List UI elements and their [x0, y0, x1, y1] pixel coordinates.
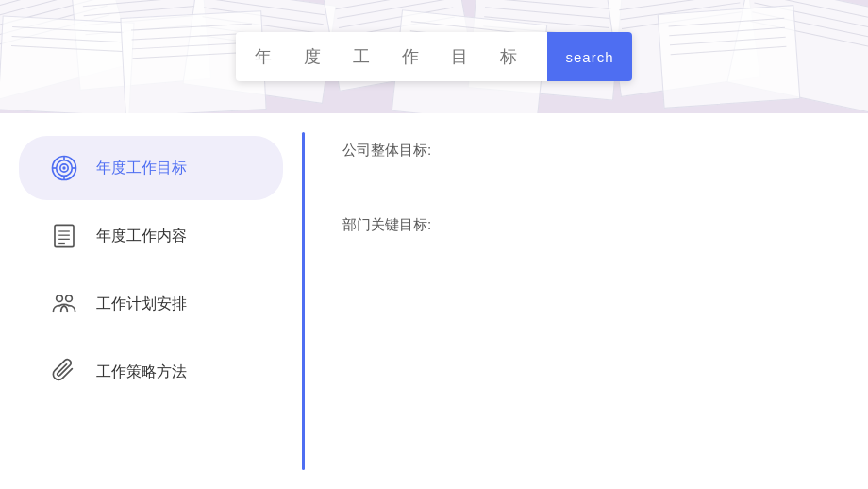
dept-goal-label: 部门关键目标: — [342, 216, 830, 234]
header: 年 度 工 作 目 标 search — [0, 0, 868, 113]
search-input[interactable]: 年 度 工 作 目 标 — [236, 47, 547, 67]
sidebar-item-label: 工作策略方法 — [96, 363, 187, 382]
content-area: 公司整体目标: 部门关键目标: — [305, 113, 868, 489]
svg-point-14 — [66, 295, 73, 302]
svg-rect-8 — [55, 225, 74, 246]
target-icon — [47, 151, 81, 185]
paper-decoration — [0, 15, 135, 113]
document-icon — [47, 219, 81, 253]
sidebar-item-annual-content[interactable]: 年度工作内容 — [19, 204, 283, 268]
sidebar-item-label: 年度工作目标 — [96, 159, 187, 178]
sidebar-item-work-strategy[interactable]: 工作策略方法 — [19, 340, 283, 404]
svg-point-13 — [57, 295, 63, 302]
svg-point-3 — [62, 166, 65, 169]
search-button[interactable]: search — [547, 32, 632, 81]
sidebar-item-work-plan[interactable]: 工作计划安排 — [19, 272, 283, 336]
paper-decoration — [658, 5, 801, 109]
search-bar: 年 度 工 作 目 标 search — [236, 32, 632, 81]
people-icon — [47, 287, 81, 321]
company-goal-label: 公司整体目标: — [342, 142, 830, 160]
sidebar-item-label: 工作计划安排 — [96, 295, 187, 314]
sidebar-item-label: 年度工作内容 — [96, 227, 187, 246]
sidebar: 年度工作目标 年度工作内容 — [0, 113, 302, 489]
sidebar-item-annual-goals[interactable]: 年度工作目标 — [19, 136, 283, 200]
main-content: 年度工作目标 年度工作内容 — [0, 113, 868, 489]
paperclip-icon — [47, 355, 81, 389]
